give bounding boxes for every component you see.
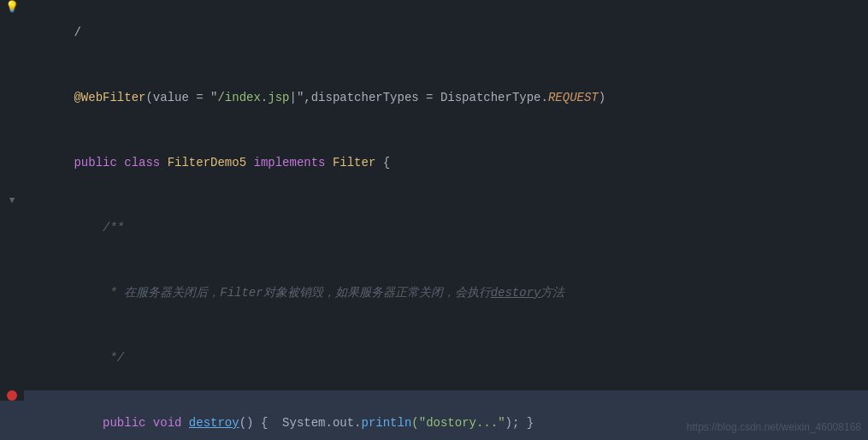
line-content-5: * 在服务器关闭后，Filter对象被销毁，如果服务器正常关闭，会执行desto…: [24, 260, 868, 325]
code-line-4: ▼ /**: [0, 195, 868, 260]
code-line-5: * 在服务器关闭后，Filter对象被销毁，如果服务器正常关闭，会执行desto…: [0, 260, 868, 325]
code-editor: 💡 / @WebFilter(value = "/index.jsp|",dis…: [0, 0, 868, 440]
code-line-6: */: [0, 325, 868, 390]
code-line-2: @WebFilter(value = "/index.jsp|",dispatc…: [0, 65, 868, 130]
line-content-2: @WebFilter(value = "/index.jsp|",dispatc…: [24, 65, 868, 130]
line-content-6: */: [24, 325, 868, 390]
fold-icon[interactable]: ▼: [9, 195, 15, 205]
line-content-3: public class FilterDemo5 implements Filt…: [24, 130, 868, 195]
annotation-webfilter: @WebFilter: [74, 91, 145, 104]
gutter-4: ▼: [0, 195, 24, 205]
gutter-1: 💡: [0, 0, 24, 14]
gutter-7: [0, 390, 24, 401]
code-text: /: [74, 26, 80, 39]
line-content-1: /: [24, 0, 868, 65]
code-line-1: 💡 /: [0, 0, 868, 65]
line-content-4: /**: [24, 195, 868, 260]
code-line-3: public class FilterDemo5 implements Filt…: [0, 130, 868, 195]
bulb-icon: 💡: [5, 0, 19, 14]
watermark: https://blog.csdn.net/weixin_46008168: [687, 421, 861, 433]
breakpoint-icon[interactable]: [7, 390, 17, 401]
